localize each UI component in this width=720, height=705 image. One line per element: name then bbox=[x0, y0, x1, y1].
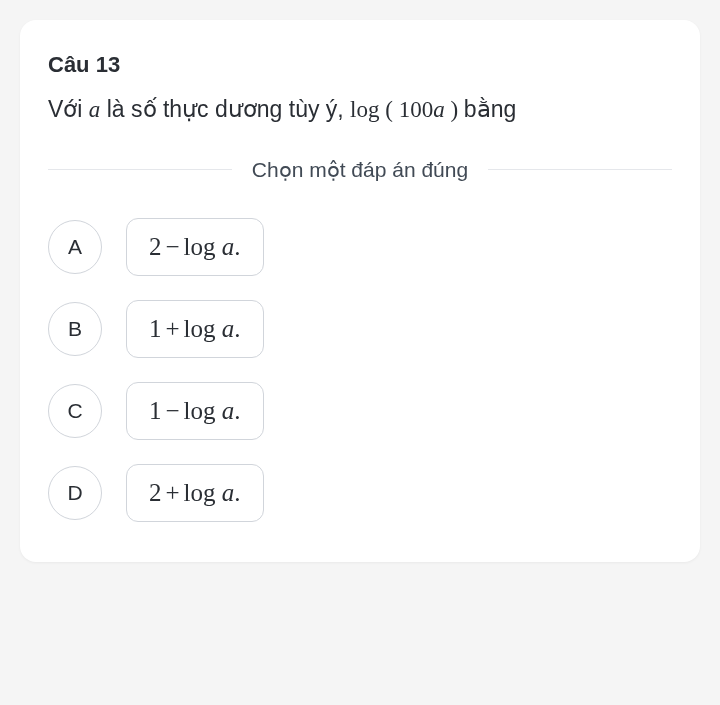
answer-op: + bbox=[166, 315, 180, 342]
answer-content[interactable]: 1−log a. bbox=[126, 382, 264, 440]
answer-option-b[interactable]: B 1+log a. bbox=[48, 300, 672, 358]
answer-log: log bbox=[184, 479, 216, 506]
answer-num: 2 bbox=[149, 233, 162, 260]
question-number: Câu 13 bbox=[48, 52, 672, 78]
answer-option-c[interactable]: C 1−log a. bbox=[48, 382, 672, 440]
qtext-suffix: bằng bbox=[464, 96, 516, 122]
answer-letter[interactable]: D bbox=[48, 466, 102, 520]
answer-var: a bbox=[222, 479, 235, 506]
qtext-variable: a bbox=[89, 97, 101, 122]
qtext-argnum: 100 bbox=[399, 97, 434, 122]
answer-content[interactable]: 2+log a. bbox=[126, 464, 264, 522]
answer-letter[interactable]: C bbox=[48, 384, 102, 438]
answer-log: log bbox=[184, 233, 216, 260]
qtext-mid: là số thực dương tùy ý, bbox=[100, 96, 350, 122]
answer-op: + bbox=[166, 479, 180, 506]
answer-dot: . bbox=[234, 315, 240, 342]
answer-num: 1 bbox=[149, 315, 162, 342]
answer-var: a bbox=[222, 233, 235, 260]
answer-dot: . bbox=[234, 233, 240, 260]
answer-letter[interactable]: B bbox=[48, 302, 102, 356]
answer-log: log bbox=[184, 397, 216, 424]
answer-op: − bbox=[166, 233, 180, 260]
answer-letter[interactable]: A bbox=[48, 220, 102, 274]
answer-option-d[interactable]: D 2+log a. bbox=[48, 464, 672, 522]
answer-num: 1 bbox=[149, 397, 162, 424]
answer-dot: . bbox=[234, 479, 240, 506]
answer-log: log bbox=[184, 315, 216, 342]
answer-op: − bbox=[166, 397, 180, 424]
answer-var: a bbox=[222, 315, 235, 342]
answer-option-a[interactable]: A 2−log a. bbox=[48, 218, 672, 276]
question-text: Với a là số thực dương tùy ý, log ( 100a… bbox=[48, 92, 672, 128]
question-card: Câu 13 Với a là số thực dương tùy ý, log… bbox=[20, 20, 700, 562]
qtext-argvar: a bbox=[433, 97, 445, 122]
instruction-divider: Chọn một đáp án đúng bbox=[48, 158, 672, 182]
answer-dot: . bbox=[234, 397, 240, 424]
divider-left bbox=[48, 169, 232, 170]
answers-list: A 2−log a. B 1+log a. C 1−log a. D 2+log… bbox=[48, 218, 672, 522]
answer-content[interactable]: 2−log a. bbox=[126, 218, 264, 276]
qtext-log: log bbox=[350, 97, 379, 122]
instruction-text: Chọn một đáp án đúng bbox=[232, 158, 488, 182]
qtext-rparen: ) bbox=[445, 97, 464, 122]
qtext-lparen: ( bbox=[380, 97, 399, 122]
answer-var: a bbox=[222, 397, 235, 424]
answer-num: 2 bbox=[149, 479, 162, 506]
answer-content[interactable]: 1+log a. bbox=[126, 300, 264, 358]
divider-right bbox=[488, 169, 672, 170]
qtext-prefix: Với bbox=[48, 96, 89, 122]
